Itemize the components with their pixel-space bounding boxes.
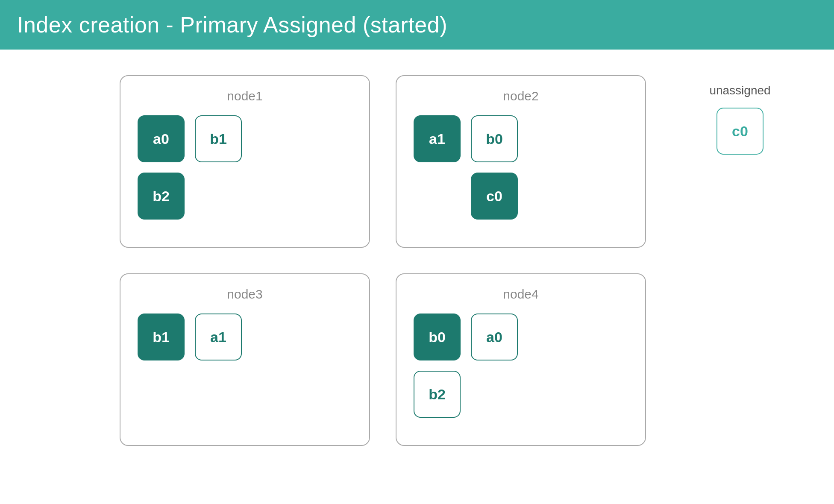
shard-b2-replica: b2: [414, 371, 461, 418]
shard-b0-replica: b0: [471, 115, 518, 162]
page-title: Index creation - Primary Assigned (start…: [17, 12, 817, 38]
shard-b1-replica: b1: [195, 115, 242, 162]
node4-row2: b2: [414, 371, 628, 418]
shard-a0-replica: a0: [471, 314, 518, 360]
node3-row1: b1 a1: [138, 314, 352, 360]
shard-a1: a1: [414, 115, 461, 162]
node2-row1: a1 b0: [414, 115, 628, 162]
node1-title: node1: [138, 89, 352, 103]
node3-title: node3: [138, 287, 352, 302]
node-box-node2: node2 a1 b0 c0: [396, 75, 646, 248]
unassigned-section: unassigned c0: [697, 84, 783, 155]
shard-c0-primary: c0: [471, 173, 518, 220]
shard-c0-unassigned: c0: [717, 108, 764, 155]
node1-row2: b2: [138, 173, 352, 220]
shard-a0: a0: [138, 115, 185, 162]
node1-row1: a0 b1: [138, 115, 352, 162]
node4-row1: b0 a0: [414, 314, 628, 360]
node-box-node1: node1 a0 b1 b2: [120, 75, 370, 248]
node-box-node4: node4 b0 a0 b2: [396, 273, 646, 446]
header: Index creation - Primary Assigned (start…: [0, 0, 834, 50]
nodes-grid: node1 a0 b1 b2 node2 a1 b0 c0 node3: [120, 75, 646, 446]
shard-a1-replica: a1: [195, 314, 242, 360]
node-box-node3: node3 b1 a1: [120, 273, 370, 446]
node2-row2: c0: [414, 173, 628, 220]
node2-title: node2: [414, 89, 628, 103]
shard-b2: b2: [138, 173, 185, 220]
shard-b1-primary: b1: [138, 314, 185, 360]
shard-b0-primary: b0: [414, 314, 461, 360]
unassigned-title: unassigned: [709, 84, 770, 97]
node4-title: node4: [414, 287, 628, 302]
